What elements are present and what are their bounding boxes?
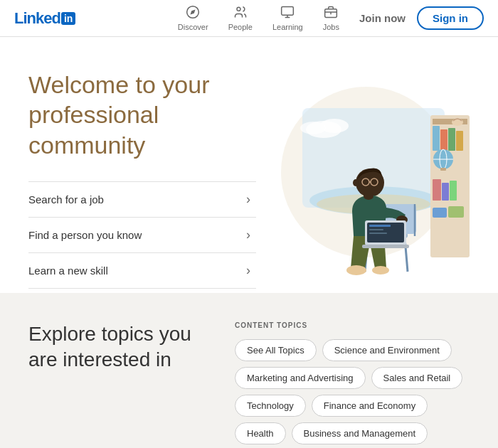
svg-rect-17 <box>448 128 455 151</box>
topic-business[interactable]: Business and Management <box>292 422 428 444</box>
svg-rect-22 <box>440 168 446 171</box>
topics-grid: See All Topics Science and Environment M… <box>235 339 470 444</box>
topic-health[interactable]: Health <box>235 422 286 444</box>
search-job-link[interactable]: Search for a job › <box>28 181 256 217</box>
topic-see-all[interactable]: See All Topics <box>235 339 317 361</box>
svg-point-41 <box>346 265 366 275</box>
svg-rect-3 <box>282 7 294 16</box>
search-job-label: Search for a job <box>28 193 104 206</box>
logo-in: in <box>61 12 75 25</box>
find-person-link[interactable]: Find a person you know › <box>28 217 256 252</box>
svg-marker-1 <box>191 9 196 14</box>
svg-rect-24 <box>442 183 449 201</box>
svg-rect-25 <box>450 181 457 201</box>
hero-links: Search for a job › Find a person you kno… <box>28 181 256 289</box>
nav-jobs-label: Jobs <box>323 23 339 31</box>
learning-icon <box>280 5 295 21</box>
main-nav: Discover People Learning <box>169 2 348 34</box>
nav-jobs[interactable]: Jobs <box>314 2 348 34</box>
svg-point-39 <box>353 179 359 186</box>
explore-content-col: Content Topics See All Topics Science an… <box>235 321 470 448</box>
nav-people-label: People <box>228 23 253 31</box>
svg-rect-45 <box>369 225 391 227</box>
svg-rect-23 <box>433 179 441 201</box>
chevron-right-icon: › <box>246 263 250 278</box>
logo[interactable]: Linkedin <box>14 9 75 28</box>
topic-marketing[interactable]: Marketing and Advertising <box>235 367 366 389</box>
svg-point-2 <box>237 7 240 11</box>
nav-discover-label: Discover <box>178 23 208 31</box>
logo-text: Linked <box>14 9 60 28</box>
nav-people[interactable]: People <box>220 2 261 34</box>
svg-rect-16 <box>440 129 447 151</box>
hero-section: Welcome to your professional community S… <box>0 37 498 293</box>
nav-learning-label: Learning <box>272 23 303 31</box>
svg-rect-18 <box>456 131 463 151</box>
hero-title: Welcome to your professional community <box>28 70 256 161</box>
topic-science[interactable]: Science and Environment <box>322 339 452 361</box>
topic-technology[interactable]: Technology <box>235 395 306 417</box>
find-person-label: Find a person you know <box>28 229 142 241</box>
people-icon <box>233 5 248 21</box>
svg-rect-15 <box>433 126 440 151</box>
topic-finance[interactable]: Finance and Economy <box>312 395 428 417</box>
explore-title: Explore topics you are interested in <box>28 321 213 373</box>
hero-text-block: Welcome to your professional community S… <box>28 70 256 289</box>
svg-point-28 <box>452 119 463 126</box>
svg-rect-26 <box>433 208 447 218</box>
svg-rect-46 <box>369 229 383 230</box>
content-topics-label: Content Topics <box>235 321 470 329</box>
learn-skill-link[interactable]: Learn a new skill › <box>28 252 256 289</box>
explore-title-col: Explore topics you are interested in <box>28 321 213 448</box>
hero-illustration <box>256 65 477 293</box>
explore-inner: Explore topics you are interested in Con… <box>28 321 470 448</box>
chevron-right-icon: › <box>246 192 250 207</box>
svg-point-52 <box>300 122 326 134</box>
learn-skill-label: Learn a new skill <box>28 265 108 277</box>
nav-learning[interactable]: Learning <box>264 2 312 34</box>
topic-sales[interactable]: Sales and Retail <box>371 367 463 389</box>
svg-rect-47 <box>369 233 387 234</box>
svg-point-49 <box>364 193 374 200</box>
discover-icon <box>186 5 200 21</box>
svg-rect-48 <box>362 245 409 248</box>
nav-discover[interactable]: Discover <box>169 2 217 34</box>
sign-in-button[interactable]: Sign in <box>417 6 484 30</box>
explore-section: Explore topics you are interested in Con… <box>0 293 498 448</box>
svg-rect-27 <box>448 206 464 218</box>
join-now-button[interactable]: Join now <box>348 8 417 28</box>
svg-point-42 <box>372 266 389 274</box>
jobs-icon <box>324 5 338 21</box>
header: Linkedin Discover People <box>0 0 498 37</box>
chevron-right-icon: › <box>246 228 250 242</box>
